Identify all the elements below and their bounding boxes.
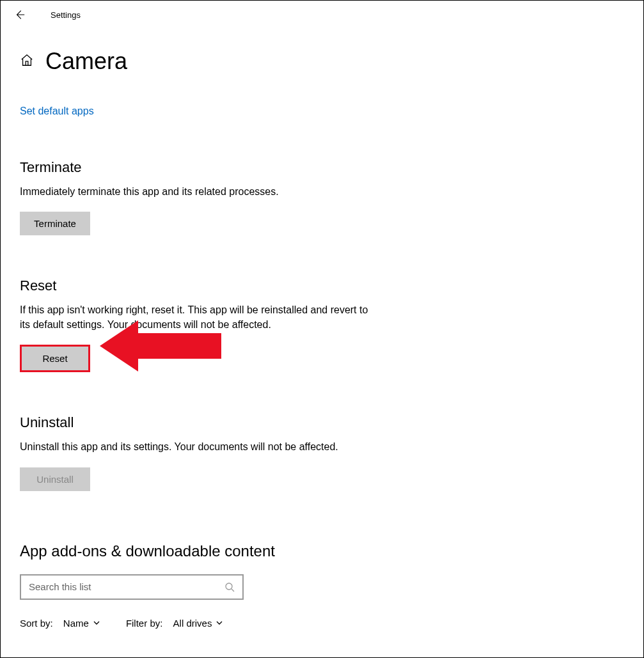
back-button[interactable]	[13, 8, 26, 21]
addons-search-wrap[interactable]	[20, 574, 244, 600]
filter-row: Sort by: Name Filter by: All drives	[20, 618, 624, 629]
filter-by-dropdown[interactable]: Filter by: All drives	[126, 618, 224, 629]
page-header: Camera	[20, 48, 624, 75]
addons-title: App add-ons & downloadable content	[20, 542, 624, 560]
sort-value: Name	[63, 618, 89, 629]
addons-section: App add-ons & downloadable content Sort …	[20, 542, 624, 658]
terminate-button[interactable]: Terminate	[20, 212, 90, 235]
reset-section: Reset If this app isn't working right, r…	[20, 278, 624, 372]
app-label: Settings	[51, 10, 81, 20]
filter-label: Filter by:	[126, 618, 163, 629]
chevron-down-icon	[216, 619, 223, 627]
uninstall-section: Uninstall Uninstall this app and its set…	[20, 414, 624, 490]
chevron-down-icon	[93, 619, 100, 627]
titlebar: Settings	[1, 1, 643, 29]
sort-label: Sort by:	[20, 618, 53, 629]
arrow-left-icon	[14, 9, 26, 20]
addons-search-input[interactable]	[29, 581, 224, 592]
page-title: Camera	[45, 48, 127, 75]
addons-empty-text: There are no add-ons currently installed…	[20, 655, 624, 658]
home-icon[interactable]	[20, 53, 34, 70]
set-default-apps-link[interactable]: Set default apps	[20, 106, 94, 117]
sort-by-dropdown[interactable]: Sort by: Name	[20, 618, 100, 629]
reset-title: Reset	[20, 278, 624, 294]
uninstall-desc: Uninstall this app and its settings. You…	[20, 440, 378, 454]
terminate-title: Terminate	[20, 159, 624, 176]
reset-button[interactable]: Reset	[20, 345, 90, 372]
uninstall-button: Uninstall	[20, 467, 90, 491]
svg-point-1	[226, 583, 232, 590]
reset-desc: If this app isn't working right, reset i…	[20, 303, 378, 332]
uninstall-title: Uninstall	[20, 414, 624, 431]
terminate-desc: Immediately terminate this app and its r…	[20, 185, 378, 199]
terminate-section: Terminate Immediately terminate this app…	[20, 159, 624, 235]
filter-value: All drives	[173, 618, 212, 629]
search-icon	[224, 582, 235, 592]
svg-line-2	[232, 589, 234, 591]
